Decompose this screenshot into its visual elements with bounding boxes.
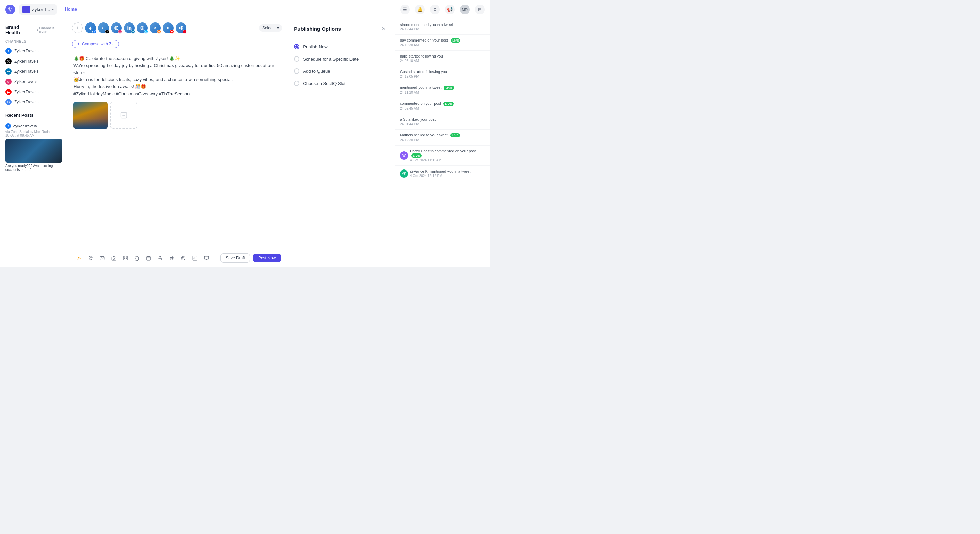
yt-channel-name: ZylkerTravels — [14, 89, 39, 94]
svg-point-25 — [181, 256, 185, 260]
gm-channel-name: ZylkerTravels — [14, 100, 39, 105]
compose-modal: + f 𝕏 𝕏 — [68, 19, 395, 267]
channel-tab-tw[interactable]: 𝕏 𝕏 — [98, 22, 109, 33]
svg-text:S: S — [141, 27, 143, 29]
notif-4: Gustad started following you 24 12:05 PM — [395, 66, 490, 82]
publishing-close-button[interactable]: ✕ — [380, 24, 388, 33]
channel-tab-extra1[interactable]: S S — [137, 22, 148, 33]
notif-10: VK @Vance K mentioned you in a tweet 4 O… — [395, 166, 490, 182]
compose-zia-button[interactable]: ✦ Compose with Zia — [72, 40, 119, 48]
schedule-date-radio[interactable] — [294, 56, 299, 62]
channel-tab-ig-badge: ◎ — [118, 30, 122, 34]
camera-icon[interactable] — [108, 252, 119, 263]
gallery-icon[interactable] — [120, 252, 130, 263]
publish-now-radio[interactable] — [294, 44, 299, 49]
user-avatar[interactable]: MR — [460, 5, 469, 14]
grid-apps-icon[interactable]: ⊞ — [475, 5, 485, 14]
bell-icon[interactable]: 🔔 — [415, 5, 425, 14]
sidebar-channel-li[interactable]: in ZylkerTravels — [0, 66, 68, 77]
nav-home-link[interactable]: Home — [61, 5, 80, 14]
recent-posts-heading: Recent Posts — [0, 113, 68, 121]
svg-point-8 — [127, 26, 128, 27]
notif-8: Matheis replied to your tweet LIVE 24 12… — [395, 130, 490, 146]
add-to-queue-radio[interactable] — [294, 69, 299, 74]
yt-channel-icon: ▶ — [5, 89, 11, 95]
li-channel-name: ZylkerTravels — [14, 69, 39, 74]
svg-point-0 — [8, 8, 10, 10]
post-now-button[interactable]: Post Now — [253, 253, 281, 262]
channel-tab-ig[interactable]: ◎ — [111, 22, 122, 33]
svg-text:M: M — [154, 27, 156, 29]
channel-tabs-row: + f 𝕏 𝕏 — [68, 19, 286, 37]
repost-icon[interactable] — [131, 252, 142, 263]
svg-rect-29 — [204, 256, 208, 259]
nav-icons-group: ☰ 🔔 ⚙ 📢 MR ⊞ — [400, 5, 485, 14]
svg-rect-22 — [123, 258, 124, 260]
notif-2: day commented on your post LIVE 24 10:30… — [395, 35, 490, 51]
gm-channel-icon: G — [5, 99, 11, 105]
sidebar-channel-ig[interactable]: ◎ Zylkertravels — [0, 77, 68, 87]
megaphone-icon[interactable]: 📢 — [445, 5, 455, 14]
screen-share-icon[interactable] — [201, 252, 212, 263]
ig-channel-name: Zylkertravels — [14, 79, 37, 84]
sidebar-channel-gm[interactable]: G ZylkerTravels — [0, 97, 68, 107]
compose-post-text[interactable]: 🎄🎁 Celebrate the season of giving with Z… — [73, 55, 281, 98]
publish-now-option[interactable]: Publish Now — [294, 44, 388, 49]
add-image-button[interactable] — [110, 102, 137, 129]
channel-tab-extra1-badge: S — [144, 30, 148, 34]
recent-post-date: 10 Oct at 08:45 AM — [5, 134, 62, 137]
pin-icon[interactable] — [154, 252, 165, 263]
svg-point-2 — [10, 10, 11, 11]
notif-9: DC Darcy Chastin commented on your post … — [395, 146, 490, 166]
location-icon[interactable] — [85, 252, 96, 263]
brand-selector[interactable]: Zyker T... ▾ — [19, 5, 57, 14]
add-channel-button[interactable]: + — [72, 22, 83, 33]
dm-icon[interactable] — [97, 252, 108, 263]
svg-rect-23 — [126, 258, 127, 260]
calendar-icon[interactable] — [143, 252, 154, 263]
publishing-options-list: Publish Now Schedule for a Specific Date… — [287, 38, 395, 92]
zia-button-label: Compose with Zia — [82, 41, 115, 46]
main-layout: Brand Health ℹ Channels over CHANNELS f … — [0, 19, 490, 267]
channel-tab-li-badge: in — [131, 30, 135, 34]
li-channel-icon: in — [5, 69, 11, 75]
compose-images-row — [73, 102, 281, 129]
notif-5: mentioned you in a tweet LIVE 24 11:20 A… — [395, 82, 490, 98]
brand-chevron-icon: ▾ — [52, 8, 54, 11]
hashtag-icon[interactable] — [166, 252, 177, 263]
compose-image-1[interactable] — [73, 102, 108, 129]
sidebar-channel-yt[interactable]: ▶ ZylkerTravels — [0, 87, 68, 97]
fb-channel-name: ZylkerTravels — [14, 49, 39, 53]
channels-info: ℹ Channels over — [37, 26, 63, 34]
sidebar-channel-tw[interactable]: 𝕏 ZylkerTravels — [0, 56, 68, 66]
choose-slot-radio[interactable] — [294, 81, 299, 86]
analytics-icon[interactable] — [189, 252, 200, 263]
add-to-queue-option[interactable]: Add to Queue — [294, 69, 388, 74]
channel-tab-yt[interactable]: ▶ — [163, 22, 173, 33]
brand-name: Zyker T... — [32, 7, 50, 12]
brand-health-heading: Brand Health ℹ Channels over — [0, 24, 68, 40]
emoji-icon[interactable] — [178, 252, 189, 263]
zia-sparkle-icon: ✦ — [76, 41, 80, 46]
tw-channel-name: ZylkerTravels — [14, 59, 39, 64]
recent-post-item: f ZylkerTravels via Zoho Social by Max R… — [0, 121, 68, 174]
solo-dropdown[interactable]: Solo ... ▾ — [259, 24, 282, 32]
sidebar-channel-fb[interactable]: f ZylkerTravels — [0, 46, 68, 56]
svg-rect-20 — [123, 256, 124, 257]
settings-icon[interactable]: ⚙ — [430, 5, 440, 14]
add-image-icon[interactable] — [73, 252, 84, 263]
save-draft-button[interactable]: Save Draft — [221, 253, 250, 263]
choose-slot-option[interactable]: Choose a SocttQ Slot — [294, 81, 388, 86]
channel-tab-fb[interactable]: f — [85, 22, 96, 33]
channel-tab-tw-badge: 𝕏 — [105, 30, 109, 34]
channel-tab-li[interactable]: in — [124, 22, 135, 33]
svg-point-27 — [183, 257, 184, 258]
svg-point-26 — [182, 257, 183, 258]
menu-icon[interactable]: ☰ — [400, 5, 410, 14]
channel-tab-extra2[interactable]: M M — [150, 22, 161, 33]
svg-point-16 — [90, 257, 91, 258]
schedule-date-option[interactable]: Schedule for a Specific Date — [294, 56, 388, 62]
notif-7: a Sula liked your post 24 01:44 PM — [395, 114, 490, 130]
channel-tab-pin[interactable]: P — [176, 22, 186, 33]
compose-text-area[interactable]: 🎄🎁 Celebrate the season of giving with Z… — [68, 51, 286, 249]
